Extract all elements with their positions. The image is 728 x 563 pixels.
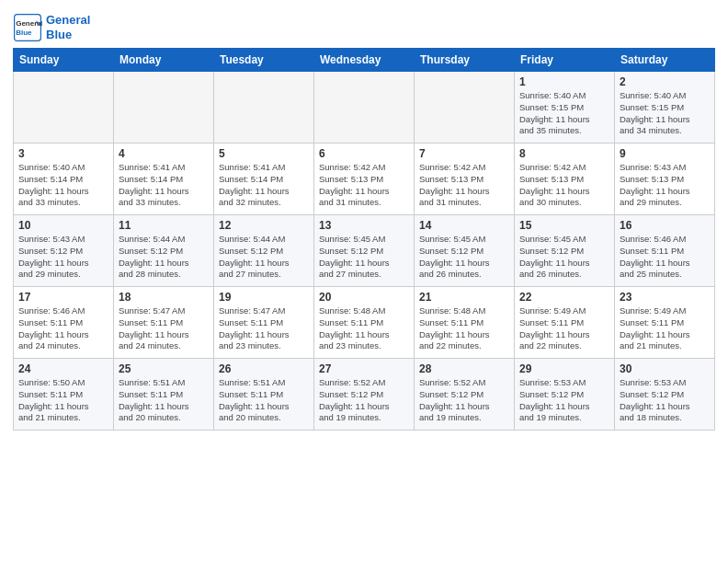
day-cell: 16Sunrise: 5:46 AM Sunset: 5:11 PM Dayli… — [615, 215, 715, 287]
day-info: Sunrise: 5:44 AM Sunset: 5:12 PM Dayligh… — [119, 234, 209, 281]
header: General Blue GeneralBlue — [13, 9, 715, 42]
day-cell: 4Sunrise: 5:41 AM Sunset: 5:14 PM Daylig… — [114, 144, 214, 215]
svg-text:Blue: Blue — [16, 29, 32, 37]
day-number: 29 — [519, 362, 609, 375]
day-info: Sunrise: 5:46 AM Sunset: 5:11 PM Dayligh… — [18, 305, 108, 352]
day-info: Sunrise: 5:45 AM Sunset: 5:12 PM Dayligh… — [419, 234, 509, 281]
weekday-header-row: SundayMondayTuesdayWednesdayThursdayFrid… — [14, 49, 715, 72]
day-number: 15 — [519, 219, 609, 232]
weekday-header-monday: Monday — [114, 49, 214, 72]
week-row-5: 24Sunrise: 5:50 AM Sunset: 5:11 PM Dayli… — [14, 359, 715, 431]
day-info: Sunrise: 5:42 AM Sunset: 5:13 PM Dayligh… — [519, 162, 609, 209]
day-number: 3 — [18, 147, 108, 160]
day-cell: 2Sunrise: 5:40 AM Sunset: 5:15 PM Daylig… — [615, 72, 715, 144]
day-cell: 13Sunrise: 5:45 AM Sunset: 5:12 PM Dayli… — [314, 215, 415, 287]
day-cell: 17Sunrise: 5:46 AM Sunset: 5:11 PM Dayli… — [14, 287, 114, 359]
day-number: 14 — [419, 219, 509, 232]
day-cell: 22Sunrise: 5:49 AM Sunset: 5:11 PM Dayli… — [515, 287, 615, 359]
day-info: Sunrise: 5:53 AM Sunset: 5:12 PM Dayligh… — [620, 377, 710, 424]
day-number: 27 — [319, 362, 409, 375]
week-row-1: 1Sunrise: 5:40 AM Sunset: 5:15 PM Daylig… — [14, 72, 715, 144]
day-cell: 19Sunrise: 5:47 AM Sunset: 5:11 PM Dayli… — [214, 287, 314, 359]
day-info: Sunrise: 5:41 AM Sunset: 5:14 PM Dayligh… — [219, 162, 309, 209]
day-number: 13 — [319, 219, 409, 232]
weekday-header-tuesday: Tuesday — [214, 49, 314, 72]
day-number: 6 — [319, 147, 409, 160]
day-number: 22 — [519, 291, 609, 304]
day-info: Sunrise: 5:49 AM Sunset: 5:11 PM Dayligh… — [620, 305, 710, 352]
calendar-table: SundayMondayTuesdayWednesdayThursdayFrid… — [13, 48, 715, 431]
day-info: Sunrise: 5:40 AM Sunset: 5:15 PM Dayligh… — [620, 90, 710, 137]
day-number: 12 — [219, 219, 309, 232]
day-cell: 11Sunrise: 5:44 AM Sunset: 5:12 PM Dayli… — [114, 215, 214, 287]
day-info: Sunrise: 5:52 AM Sunset: 5:12 PM Dayligh… — [419, 377, 509, 424]
day-number: 1 — [519, 75, 609, 88]
day-cell — [114, 72, 214, 144]
day-number: 9 — [620, 147, 710, 160]
day-info: Sunrise: 5:46 AM Sunset: 5:11 PM Dayligh… — [620, 234, 710, 281]
day-info: Sunrise: 5:42 AM Sunset: 5:13 PM Dayligh… — [319, 162, 409, 209]
weekday-header-saturday: Saturday — [615, 49, 715, 72]
day-info: Sunrise: 5:45 AM Sunset: 5:12 PM Dayligh… — [319, 234, 409, 281]
day-number: 7 — [419, 147, 509, 160]
day-info: Sunrise: 5:45 AM Sunset: 5:12 PM Dayligh… — [519, 234, 609, 281]
day-cell: 28Sunrise: 5:52 AM Sunset: 5:12 PM Dayli… — [415, 359, 515, 431]
day-cell: 14Sunrise: 5:45 AM Sunset: 5:12 PM Dayli… — [415, 215, 515, 287]
day-number: 2 — [620, 75, 710, 88]
day-info: Sunrise: 5:41 AM Sunset: 5:14 PM Dayligh… — [119, 162, 209, 209]
day-cell: 10Sunrise: 5:43 AM Sunset: 5:12 PM Dayli… — [14, 215, 114, 287]
day-info: Sunrise: 5:40 AM Sunset: 5:15 PM Dayligh… — [519, 90, 609, 137]
day-number: 4 — [119, 147, 209, 160]
day-info: Sunrise: 5:48 AM Sunset: 5:11 PM Dayligh… — [419, 305, 509, 352]
day-info: Sunrise: 5:50 AM Sunset: 5:11 PM Dayligh… — [18, 377, 108, 424]
day-number: 21 — [419, 291, 509, 304]
day-number: 8 — [519, 147, 609, 160]
day-number: 26 — [219, 362, 309, 375]
day-cell — [314, 72, 415, 144]
day-cell: 15Sunrise: 5:45 AM Sunset: 5:12 PM Dayli… — [515, 215, 615, 287]
day-cell: 29Sunrise: 5:53 AM Sunset: 5:12 PM Dayli… — [515, 359, 615, 431]
day-number: 10 — [18, 219, 108, 232]
logo: General Blue GeneralBlue — [13, 13, 90, 42]
day-info: Sunrise: 5:51 AM Sunset: 5:11 PM Dayligh… — [119, 377, 209, 424]
day-number: 28 — [419, 362, 509, 375]
day-cell: 3Sunrise: 5:40 AM Sunset: 5:14 PM Daylig… — [14, 144, 114, 215]
week-row-3: 10Sunrise: 5:43 AM Sunset: 5:12 PM Dayli… — [14, 215, 715, 287]
day-cell — [214, 72, 314, 144]
day-cell: 25Sunrise: 5:51 AM Sunset: 5:11 PM Dayli… — [114, 359, 214, 431]
day-cell — [415, 72, 515, 144]
week-row-2: 3Sunrise: 5:40 AM Sunset: 5:14 PM Daylig… — [14, 144, 715, 215]
logo-icon: General Blue — [13, 13, 42, 42]
day-info: Sunrise: 5:53 AM Sunset: 5:12 PM Dayligh… — [519, 377, 609, 424]
day-cell: 9Sunrise: 5:43 AM Sunset: 5:13 PM Daylig… — [615, 144, 715, 215]
day-cell: 1Sunrise: 5:40 AM Sunset: 5:15 PM Daylig… — [515, 72, 615, 144]
day-info: Sunrise: 5:44 AM Sunset: 5:12 PM Dayligh… — [219, 234, 309, 281]
day-info: Sunrise: 5:42 AM Sunset: 5:13 PM Dayligh… — [419, 162, 509, 209]
day-number: 17 — [18, 291, 108, 304]
day-number: 19 — [219, 291, 309, 304]
day-number: 5 — [219, 147, 309, 160]
logo-text: GeneralBlue — [46, 13, 90, 41]
day-info: Sunrise: 5:51 AM Sunset: 5:11 PM Dayligh… — [219, 377, 309, 424]
day-cell: 23Sunrise: 5:49 AM Sunset: 5:11 PM Dayli… — [615, 287, 715, 359]
day-number: 11 — [119, 219, 209, 232]
week-row-4: 17Sunrise: 5:46 AM Sunset: 5:11 PM Dayli… — [14, 287, 715, 359]
day-cell: 21Sunrise: 5:48 AM Sunset: 5:11 PM Dayli… — [415, 287, 515, 359]
day-cell: 7Sunrise: 5:42 AM Sunset: 5:13 PM Daylig… — [415, 144, 515, 215]
day-cell: 6Sunrise: 5:42 AM Sunset: 5:13 PM Daylig… — [314, 144, 415, 215]
weekday-header-wednesday: Wednesday — [314, 49, 415, 72]
day-info: Sunrise: 5:47 AM Sunset: 5:11 PM Dayligh… — [119, 305, 209, 352]
day-cell: 18Sunrise: 5:47 AM Sunset: 5:11 PM Dayli… — [114, 287, 214, 359]
page: General Blue GeneralBlue SundayMondayTue… — [0, 0, 728, 438]
weekday-header-sunday: Sunday — [14, 49, 114, 72]
day-cell: 24Sunrise: 5:50 AM Sunset: 5:11 PM Dayli… — [14, 359, 114, 431]
day-info: Sunrise: 5:52 AM Sunset: 5:12 PM Dayligh… — [319, 377, 409, 424]
day-cell: 12Sunrise: 5:44 AM Sunset: 5:12 PM Dayli… — [214, 215, 314, 287]
day-cell: 27Sunrise: 5:52 AM Sunset: 5:12 PM Dayli… — [314, 359, 415, 431]
day-number: 18 — [119, 291, 209, 304]
day-info: Sunrise: 5:43 AM Sunset: 5:12 PM Dayligh… — [18, 234, 108, 281]
day-info: Sunrise: 5:40 AM Sunset: 5:14 PM Dayligh… — [18, 162, 108, 209]
weekday-header-friday: Friday — [515, 49, 615, 72]
day-number: 20 — [319, 291, 409, 304]
day-cell: 20Sunrise: 5:48 AM Sunset: 5:11 PM Dayli… — [314, 287, 415, 359]
